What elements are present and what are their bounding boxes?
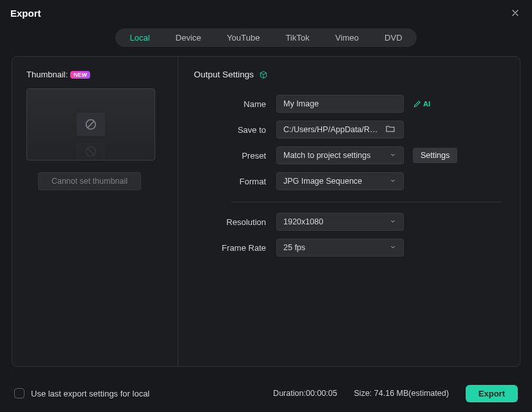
row-preset: Preset Match to project settings Setting… (194, 142, 502, 168)
main-panel: Thumbnail: NEW Cannot set thumbnail Outp… (12, 56, 520, 367)
output-form: Name AI Save to C:/Users/HP/AppData/ (194, 91, 502, 260)
ai-rename-button[interactable]: AI (413, 99, 430, 108)
thumbnail-reflection (77, 147, 105, 156)
export-button[interactable]: Export (466, 385, 518, 402)
window-title: Export (10, 8, 41, 19)
cube-icon (259, 70, 268, 79)
thumbnail-placeholder (77, 113, 105, 136)
tabs-row: Local Device YouTube TikTok Vimeo DVD (0, 23, 532, 56)
format-value: JPG Image Sequence (283, 177, 362, 186)
preset-value: Match to project settings (283, 151, 370, 160)
chevron-down-icon (389, 243, 397, 253)
divider (231, 202, 502, 202)
ai-label: AI (423, 100, 430, 108)
size-value: 74.16 MB(estimated) (374, 389, 449, 398)
tab-local[interactable]: Local (117, 30, 162, 46)
output-settings-column: Output Settings Name AI (178, 57, 520, 366)
tab-vimeo[interactable]: Vimeo (322, 30, 372, 46)
folder-icon (385, 124, 395, 134)
close-button[interactable] (509, 6, 522, 19)
thumbnail-preview[interactable] (26, 88, 155, 161)
tab-dvd[interactable]: DVD (372, 30, 415, 46)
label-frame-rate: Frame Rate (194, 243, 276, 253)
name-field[interactable] (276, 95, 404, 113)
tab-tiktok[interactable]: TikTok (272, 30, 322, 46)
duration-meta: Duration:00:00:05 (273, 389, 337, 398)
tab-device[interactable]: Device (163, 30, 214, 46)
new-badge: NEW (70, 71, 90, 79)
frame-rate-select[interactable]: 25 fps (276, 239, 404, 257)
size-label: Size: (354, 389, 372, 398)
name-input[interactable] (283, 99, 397, 108)
thumbnail-header: Thumbnail: NEW (26, 70, 167, 79)
row-frame-rate: Frame Rate 25 fps (194, 235, 502, 260)
output-settings-title: Output Settings (194, 70, 254, 79)
row-save-to: Save to C:/Users/HP/AppData/Roamin (194, 117, 502, 142)
preset-select[interactable]: Match to project settings (276, 146, 404, 164)
save-to-value: C:/Users/HP/AppData/Roamin (283, 125, 381, 134)
export-window: Export Local Device YouTube TikTok Vimeo… (0, 0, 532, 412)
label-preset: Preset (194, 151, 276, 161)
no-image-icon (84, 117, 98, 132)
save-to-field[interactable]: C:/Users/HP/AppData/Roamin (276, 121, 404, 139)
footer-left: Use last export settings for local (14, 388, 149, 398)
footer-right: Duration:00:00:05 Size: 74.16 MB(estimat… (273, 385, 518, 402)
label-name: Name (194, 99, 276, 109)
duration-label: Duration: (273, 389, 306, 398)
label-save-to: Save to (194, 125, 276, 135)
footer: Use last export settings for local Durat… (0, 375, 532, 412)
export-tabs: Local Device YouTube TikTok Vimeo DVD (115, 28, 416, 47)
chevron-down-icon (389, 177, 397, 186)
close-icon (511, 8, 520, 17)
thumbnail-column: Thumbnail: NEW Cannot set thumbnail (12, 57, 178, 366)
set-thumbnail-button[interactable]: Cannot set thumbnail (38, 172, 141, 190)
chevron-down-icon (389, 151, 397, 161)
titlebar: Export (0, 0, 532, 23)
use-last-settings-label: Use last export settings for local (31, 389, 149, 398)
row-format: Format JPG Image Sequence (194, 168, 502, 194)
thumbnail-label: Thumbnail: (26, 70, 68, 79)
tab-youtube[interactable]: YouTube (214, 30, 272, 46)
preset-settings-button[interactable]: Settings (413, 148, 457, 163)
use-last-settings-checkbox[interactable] (14, 388, 24, 398)
format-select[interactable]: JPG Image Sequence (276, 172, 404, 190)
pen-icon (413, 99, 422, 108)
resolution-value: 1920x1080 (283, 217, 323, 226)
frame-rate-value: 25 fps (283, 243, 305, 252)
row-resolution: Resolution 1920x1080 (194, 209, 502, 235)
size-meta: Size: 74.16 MB(estimated) (354, 389, 449, 398)
browse-folder-button[interactable] (385, 124, 397, 135)
row-name: Name AI (194, 91, 502, 117)
label-format: Format (194, 177, 276, 186)
output-settings-header: Output Settings (194, 70, 502, 79)
resolution-select[interactable]: 1920x1080 (276, 213, 404, 231)
chevron-down-icon (389, 217, 397, 227)
label-resolution: Resolution (194, 217, 276, 227)
duration-value: 00:00:05 (306, 389, 337, 398)
